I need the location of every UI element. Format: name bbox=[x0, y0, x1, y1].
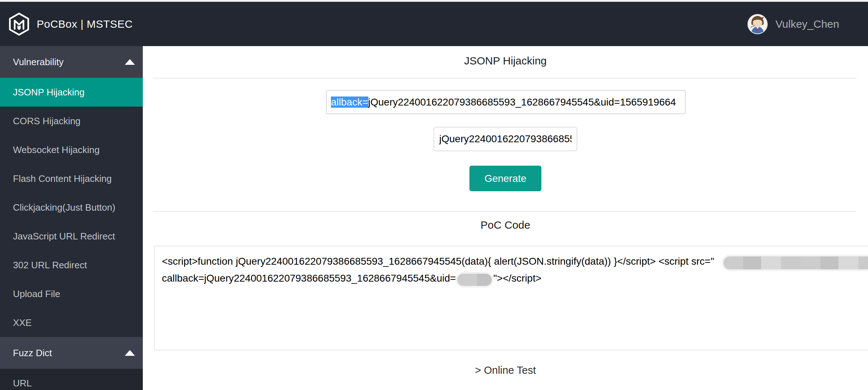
sidebar-item-flash-content-hijacking[interactable]: Flash Content Hijacking bbox=[0, 164, 143, 193]
page-title: JSONP Hijacking bbox=[143, 55, 868, 67]
url-input[interactable]: allback=jQuery224001622079386685593_1628… bbox=[326, 90, 686, 114]
poc-code-text: callback=jQuery224001622079386685593_162… bbox=[162, 273, 456, 284]
redacted-uid-blur bbox=[457, 274, 492, 286]
callback-input[interactable] bbox=[433, 127, 577, 151]
sidebar-section-label: Vulnerability bbox=[13, 57, 64, 68]
sidebar-item-jsonp-hijacking[interactable]: JSONP Hijacking bbox=[0, 78, 143, 107]
main-content: JSONP Hijacking allback=jQuery2240016220… bbox=[143, 46, 868, 390]
poc-code-textarea[interactable]: <script>function jQuery22400162207938668… bbox=[154, 246, 868, 350]
sidebar-section-fuzz-dict[interactable]: Fuzz Dict bbox=[0, 337, 143, 369]
username: Vulkey_Chen bbox=[776, 18, 839, 30]
poc-code-line-1: <script>function jQuery22400162207938668… bbox=[162, 253, 868, 270]
divider bbox=[153, 211, 856, 212]
online-test-link[interactable]: > Online Test bbox=[143, 364, 868, 376]
app-title: PoCBox | MSTSEC bbox=[37, 18, 133, 30]
sidebar-section-vulnerability[interactable]: Vulnerability bbox=[0, 46, 143, 78]
divider bbox=[153, 78, 856, 79]
sidebar-section-label: Fuzz Dict bbox=[13, 348, 52, 359]
mstsec-hexagon-logo-icon bbox=[9, 13, 29, 36]
poc-code-text: "></script> bbox=[493, 273, 541, 284]
sidebar-item-cors-hijacking[interactable]: CORS Hijacking bbox=[0, 107, 143, 135]
poc-code-heading: PoC Code bbox=[143, 219, 868, 231]
sidebar-item-clickjacking[interactable]: Clickjacking(Just Button) bbox=[0, 193, 143, 222]
user-avatar bbox=[747, 14, 768, 34]
topbar: PoCBox | MSTSEC Vulkey_Chen bbox=[0, 2, 868, 46]
brand[interactable]: PoCBox | MSTSEC bbox=[9, 13, 133, 36]
sidebar-item-302-url-redirect[interactable]: 302 URL Redirect bbox=[0, 251, 143, 279]
sidebar: Vulnerability JSONP Hijacking CORS Hijac… bbox=[0, 46, 143, 390]
sidebar-item-javascript-url-redirect[interactable]: JavaScript URL Redirect bbox=[0, 222, 143, 251]
sidebar-item-xxe[interactable]: XXE bbox=[0, 308, 143, 337]
url-input-selected-text: allback= bbox=[331, 97, 368, 108]
poc-code-text: <script>function jQuery22400162207938668… bbox=[162, 256, 714, 267]
poc-code-line-2: callback=jQuery224001622079386685593_162… bbox=[162, 270, 868, 287]
url-input-text: jQuery224001622079386685593_162866794554… bbox=[368, 97, 676, 108]
caret-up-icon bbox=[125, 59, 135, 65]
sidebar-item-upload-file[interactable]: Upload File bbox=[0, 279, 143, 308]
sidebar-item-url[interactable]: URL bbox=[0, 369, 143, 390]
sidebar-item-websocket-hijacking[interactable]: Websocket Hijacking bbox=[0, 135, 143, 164]
generate-button[interactable]: Generate bbox=[469, 166, 541, 191]
user-menu[interactable]: Vulkey_Chen bbox=[747, 14, 839, 34]
caret-up-icon bbox=[125, 350, 135, 356]
redacted-src-url-blur bbox=[723, 256, 868, 269]
